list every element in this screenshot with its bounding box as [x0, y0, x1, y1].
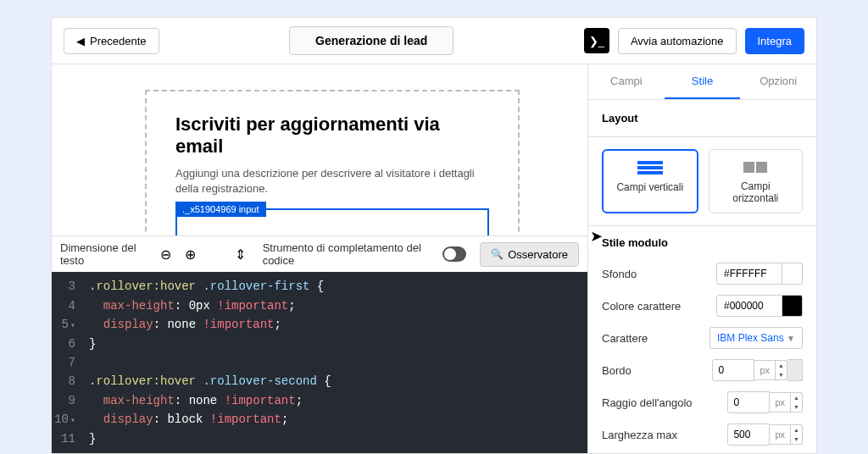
plus-icon: ⊕ [185, 247, 196, 262]
border-style-button[interactable] [787, 359, 803, 381]
previous-label: Precedente [90, 35, 147, 47]
minus-icon: ⊖ [160, 247, 171, 262]
observer-button[interactable]: 🔍 Osservatore [480, 242, 579, 267]
form-title: Iscriviti per aggiornamenti via email [175, 114, 489, 158]
columns-icon [743, 158, 768, 175]
maxwidth-stepper[interactable]: ▲▼ [791, 424, 803, 445]
border-unit: px [754, 360, 776, 380]
radius-stepper[interactable]: ▲▼ [791, 392, 803, 412]
radius-label: Raggio dell'angolo [602, 396, 719, 409]
form-description: Aggiungi una descrizione per descrivere … [175, 166, 489, 197]
layout-horizontal-option[interactable]: Campi orizzontali [709, 149, 804, 213]
background-swatch[interactable] [782, 263, 803, 285]
radius-input[interactable] [727, 391, 770, 413]
code-editor[interactable]: 3.rollover:hover .rollover-first { 4 max… [52, 272, 587, 453]
code-tool-toggle[interactable] [442, 246, 466, 262]
form-canvas[interactable]: Iscriviti per aggiornamenti via email Ag… [52, 64, 587, 235]
resize-icon: ⇕ [235, 247, 246, 262]
chevron-down-icon: ▼ [787, 334, 795, 343]
font-color-label: Colore carattere [602, 300, 708, 313]
text-size-increase-button[interactable]: ⊕ [181, 245, 199, 264]
integrate-button[interactable]: Integra [745, 28, 804, 54]
border-stepper[interactable]: ▲▼ [776, 360, 787, 380]
resize-handle[interactable]: ⇕ [231, 245, 249, 264]
layout-horizontal-label: Campi orizzontali [732, 180, 778, 204]
maxwidth-label: Larghezza max [602, 429, 719, 441]
chevron-left-icon: ◀ [76, 35, 85, 47]
background-label: Sfondo [602, 268, 708, 280]
form-card[interactable]: Iscriviti per aggiornamenti via email Ag… [145, 90, 520, 235]
maxwidth-unit: px [770, 424, 791, 445]
font-color-swatch[interactable] [782, 295, 803, 317]
form-input-wrapper[interactable]: ._x51904969 input [175, 208, 489, 235]
module-style-heading: Stile modulo [588, 226, 816, 257]
tab-options[interactable]: Opzioni [740, 64, 816, 99]
tab-style[interactable]: Stile [665, 64, 741, 99]
border-input[interactable] [712, 359, 754, 381]
maxwidth-input[interactable] [727, 424, 770, 446]
font-select[interactable]: IBM Plex Sans ▼ [709, 327, 803, 349]
integrate-label: Integra [758, 35, 792, 47]
page-title-button[interactable]: Generazione di lead [289, 26, 453, 55]
layout-vertical-label: Campi verticali [616, 181, 683, 193]
font-color-input[interactable] [716, 295, 782, 317]
layout-heading: Layout [588, 100, 816, 137]
code-tool-label: Strumento di completamento del codice [263, 241, 431, 267]
start-automation-label: Avvia automazione [631, 35, 724, 47]
input-selector-tag: ._x51904969 input [175, 202, 266, 217]
text-size-label: Dimensione del testo [60, 241, 150, 267]
start-automation-button[interactable]: Avvia automazione [618, 28, 737, 54]
text-size-decrease-button[interactable]: ⊖ [157, 245, 175, 264]
terminal-icon: ❯_ [589, 35, 604, 47]
font-label: Carattere [602, 332, 701, 345]
observer-label: Osservatore [508, 248, 568, 261]
previous-button[interactable]: ◀ Precedente [64, 28, 159, 54]
layout-vertical-option[interactable]: Campi verticali [602, 149, 698, 213]
radius-unit: px [770, 392, 791, 412]
properties-panel: Campi Stile Opzioni Layout Campi vertica… [587, 64, 816, 453]
border-label: Bordo [602, 364, 704, 377]
lines-horizontal-icon [637, 159, 663, 176]
search-icon: 🔍 [491, 248, 504, 260]
tab-fields[interactable]: Campi [588, 64, 665, 99]
terminal-icon-button[interactable]: ❯_ [584, 28, 609, 53]
page-title: Generazione di lead [315, 34, 427, 47]
background-input[interactable] [716, 263, 782, 285]
